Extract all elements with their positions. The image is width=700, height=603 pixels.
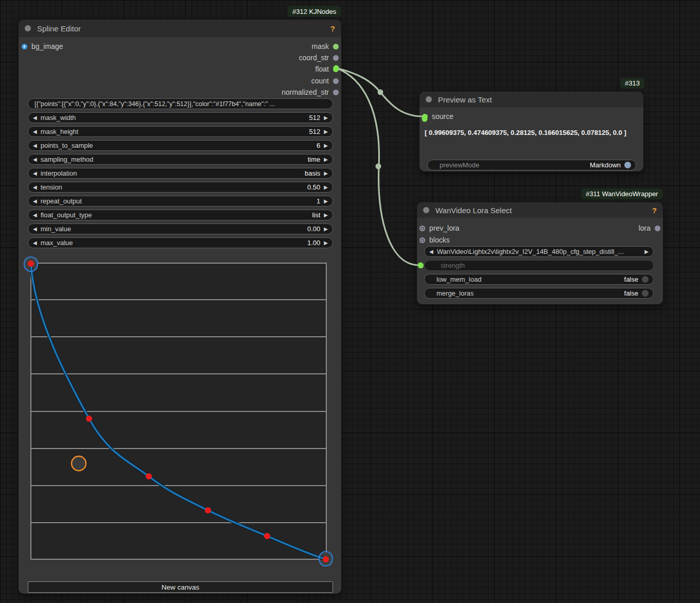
widget-value[interactable]: 512 [309,128,321,135]
decrement-arrow-icon[interactable]: ◀ [33,171,37,176]
widget-lora-combo[interactable]: ◀ WanVideo\Lightx2v\lightx2v_I2V_14B_480… [424,246,654,257]
decrement-arrow-icon[interactable]: ◀ [33,199,37,204]
output-slot-normalized-str[interactable]: normalized_str [282,88,339,96]
increment-arrow-icon[interactable]: ▶ [324,213,328,218]
widget-preview-mode[interactable]: previewMode Markdown [427,160,636,170]
widget-merge-loras[interactable]: merge_loras false [424,288,654,299]
help-icon[interactable]: ? [330,24,335,33]
slot-dot-bg-image[interactable] [22,44,27,49]
widget-value[interactable]: false [624,289,638,297]
widget-value[interactable]: 0.00 [307,225,320,233]
increment-arrow-icon[interactable]: ▶ [324,115,328,120]
widget-mask-height[interactable]: ◀ mask_height 512 ▶ [28,126,333,137]
spline-point-3[interactable] [205,507,211,513]
slot-dot-coord-str[interactable] [333,55,339,61]
decrement-arrow-icon[interactable]: ◀ [33,115,37,120]
output-slot-coord-str[interactable]: coord_str [299,54,339,62]
slot-label: source [432,112,453,120]
widget-max-value[interactable]: ◀ max_value 1.00 ▶ [28,237,333,248]
increment-arrow-icon[interactable]: ▶ [324,227,328,232]
node-wanvideo-lora-select[interactable]: WanVideo Lora Select ? prev_lora lora bl… [417,202,663,304]
increment-arrow-icon[interactable]: ▶ [324,171,328,176]
new-canvas-button[interactable]: New canvas [28,581,333,593]
input-slot-bg-image[interactable]: bg_image [22,42,63,50]
decrement-arrow-icon[interactable]: ◀ [33,227,37,232]
node-preview-titlebar[interactable]: Preview as Text [419,92,643,107]
input-slot-source[interactable]: source [422,112,453,120]
low-mem-load-toggle[interactable] [642,276,649,283]
collapse-dot-icon[interactable] [25,25,31,31]
widget-points-to-sample[interactable]: ◀ points_to_sample 6 ▶ [28,140,333,151]
widget-value[interactable]: basis [305,169,320,177]
wire-float-to-strength[interactable] [336,68,419,265]
wire-midpoint-dot[interactable] [376,164,381,169]
decrement-arrow-icon[interactable]: ◀ [33,213,37,218]
collapse-dot-icon[interactable] [423,207,429,213]
widget-mask-width[interactable]: ◀ mask_width 512 ▶ [28,112,333,123]
widget-value[interactable]: 0.50 [307,183,320,191]
widget-interpolation[interactable]: ◀ interpolation basis ▶ [28,168,333,179]
wire-midpoint-dot[interactable] [378,90,383,95]
prev-option-arrow-icon[interactable]: ◀ [429,249,433,254]
preview-mode-toggle[interactable] [624,162,631,168]
output-slot-mask[interactable]: mask [312,42,339,50]
output-slot-float[interactable]: float [316,65,339,73]
widget-value[interactable]: 1 [317,197,320,205]
decrement-arrow-icon[interactable]: ◀ [33,129,37,134]
spline-canvas[interactable] [30,263,327,560]
widget-value[interactable]: 1.00 [307,239,320,247]
node-graph-canvas[interactable]: { "spline": { "badge": "#312 KJNodes", "… [0,0,700,603]
widget-float-output-type[interactable]: ◀ float_output_type list ▶ [28,210,333,220]
input-slot-blocks[interactable]: blocks [419,236,450,244]
increment-arrow-icon[interactable]: ▶ [324,240,328,246]
increment-arrow-icon[interactable]: ▶ [324,129,328,134]
merge-loras-toggle[interactable] [642,290,649,297]
slot-dot-count[interactable] [333,78,339,84]
decrement-arrow-icon[interactable]: ◀ [33,157,37,162]
slot-dot-float[interactable] [333,66,339,72]
slot-dot-strength[interactable] [418,263,424,268]
output-slot-count[interactable]: count [311,77,339,85]
spline-point-5[interactable] [323,556,329,562]
spline-point-1[interactable] [86,416,92,422]
slot-dot-blocks[interactable] [419,237,425,243]
increment-arrow-icon[interactable]: ▶ [324,143,328,148]
slot-dot-source[interactable] [422,114,428,119]
help-icon[interactable]: ? [652,206,657,215]
decrement-arrow-icon[interactable]: ◀ [33,185,37,190]
widget-value[interactable]: 6 [317,142,320,149]
widget-value[interactable]: false [624,275,638,283]
input-slot-prev-lora[interactable]: prev_lora [419,224,459,232]
hover-circle-indicator[interactable] [72,456,86,471]
widget-value[interactable]: Markdown [590,161,621,169]
widget-low-mem-load[interactable]: low_mem_load false [424,274,654,285]
wire-float-to-source[interactable] [336,68,423,116]
increment-arrow-icon[interactable]: ▶ [324,185,328,190]
node-preview-as-text[interactable]: Preview as Text source [ 0.99609375, 0.4… [419,92,643,171]
slot-dot-normalized-str[interactable] [333,90,339,95]
widget-min-value[interactable]: ◀ min_value 0.00 ▶ [28,223,333,234]
node-spline-editor[interactable]: Spline Editor ? bg_image mask coord_str … [19,20,341,594]
widget-tension[interactable]: ◀ tension 0.50 ▶ [28,182,333,193]
collapse-dot-icon[interactable] [426,96,432,102]
decrement-arrow-icon[interactable]: ◀ [33,240,37,246]
output-slot-lora[interactable]: lora [639,224,660,232]
increment-arrow-icon[interactable]: ▶ [324,157,328,162]
widget-value[interactable]: time [308,156,321,163]
widget-value[interactable]: list [312,211,320,219]
slot-dot-lora[interactable] [655,226,660,231]
slot-dot-prev-lora[interactable] [419,226,425,231]
widget-value[interactable]: 512 [309,114,321,122]
points-store-field[interactable]: [{"points":[{"x":0,"y":0},{"x":84,"y":34… [28,98,333,109]
widget-sampling-method[interactable]: ◀ sampling_method time ▶ [28,154,333,165]
node-spline-editor-titlebar[interactable]: Spline Editor ? [19,20,341,37]
widget-repeat-output[interactable]: ◀ repeat_output 1 ▶ [28,196,333,206]
next-option-arrow-icon[interactable]: ▶ [644,249,649,254]
spline-point-4[interactable] [264,533,270,539]
decrement-arrow-icon[interactable]: ◀ [33,143,37,148]
spline-point-0[interactable] [28,261,34,267]
node-wanlora-titlebar[interactable]: WanVideo Lora Select ? [417,202,663,218]
increment-arrow-icon[interactable]: ▶ [324,199,328,204]
slot-dot-mask[interactable] [333,44,339,49]
spline-point-2[interactable] [146,473,152,479]
